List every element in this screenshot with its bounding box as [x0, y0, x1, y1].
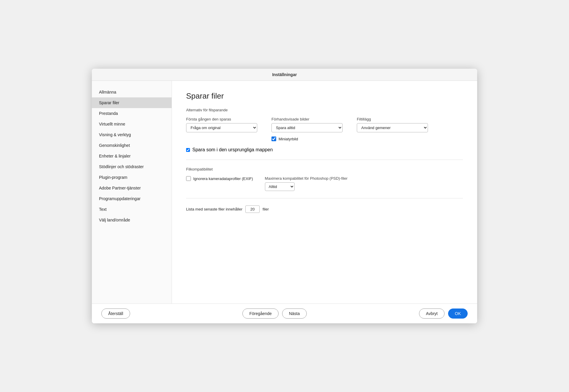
ok-button[interactable]: OK — [448, 309, 468, 319]
first-save-select[interactable]: Fråga om originalSpara alltid originalSp… — [186, 123, 257, 132]
footer-left: Återställ — [101, 309, 130, 319]
sidebar-item-stodlinjer-stodraster[interactable]: Stödlinjer och stödraster — [92, 161, 172, 172]
sidebar-item-virtuellt-minne[interactable]: Virtuellt minne — [92, 119, 172, 129]
recent-files-input[interactable] — [245, 205, 260, 213]
compat-row: Ignorera kameradataprofiler (EXIF) Maxim… — [186, 176, 463, 191]
file-extension-select[interactable]: Använd gemenerAnvänd versaler — [357, 123, 428, 132]
sidebar-item-plugin-program[interactable]: Plugin-program — [92, 172, 172, 183]
psd-group: Maximera kompabilitet för Photoshop (PSD… — [265, 176, 348, 191]
sidebar-item-genomskinlighet[interactable]: Genomskinlighet — [92, 140, 172, 151]
psd-select[interactable]: AlltidFrågaAldrig — [265, 182, 295, 191]
recent-files-row: Lista med senaste filer innehåller filer — [186, 205, 463, 213]
first-save-group: Första gången den sparas Fråga om origin… — [186, 117, 257, 132]
sidebar-item-allmanna[interactable]: Allmänna — [92, 87, 172, 97]
recent-files-suffix: filer — [263, 207, 269, 211]
file-extension-label: Filtillägg — [357, 117, 428, 121]
sidebar-item-programuppdateringar[interactable]: Programuppdateringar — [92, 193, 172, 204]
settings-dialog: Inställningar AllmännaSparar filerPresta… — [92, 69, 477, 323]
exif-group: Ignorera kameradataprofiler (EXIF) — [186, 176, 253, 181]
next-button[interactable]: Nästa — [282, 309, 307, 319]
page-title: Sparar filer — [186, 91, 463, 101]
dialog-footer: Återställ Föregående Nästa Avbryt OK — [92, 303, 477, 323]
divider-1 — [186, 160, 463, 160]
cancel-button[interactable]: Avbryt — [419, 309, 444, 319]
footer-center: Föregående Nästa — [242, 309, 306, 319]
save-folder-row: Spara som i den ursprungliga mappen — [186, 147, 463, 152]
exif-label: Ignorera kameradataprofiler (EXIF) — [193, 176, 253, 181]
first-save-label: Första gången den sparas — [186, 117, 257, 121]
sidebar-item-adobe-partner-tjanster[interactable]: Adobe Partner-tjänster — [92, 183, 172, 193]
footer-right: Avbryt OK — [419, 309, 468, 319]
reset-button[interactable]: Återställ — [101, 309, 130, 319]
thumbnail-row: Miniatyrbild — [271, 136, 343, 141]
sidebar-item-prestanda[interactable]: Prestanda — [92, 108, 172, 119]
dialog-titlebar: Inställningar — [92, 69, 477, 81]
file-compatibility-label: Filkompatibilitet — [186, 167, 463, 171]
file-saving-options-label: Alternativ för filsparande — [186, 108, 463, 112]
thumbnail-checkbox[interactable] — [271, 136, 276, 141]
dialog-body: AllmännaSparar filerPrestandaVirtuellt m… — [92, 81, 477, 303]
psd-label: Maximera kompabilitet för Photoshop (PSD… — [265, 176, 348, 181]
exif-checkbox[interactable] — [186, 176, 191, 181]
sidebar-item-enheter-linjaler[interactable]: Enheter & linjaler — [92, 151, 172, 161]
preview-images-group: Förhandsvisade bilder Spara alltidFråga … — [271, 117, 343, 141]
recent-files-prefix: Lista med senaste filer innehåller — [186, 207, 242, 211]
divider-2 — [186, 198, 463, 198]
dropdowns-row: Första gången den sparas Fråga om origin… — [186, 117, 463, 141]
sidebar-item-text[interactable]: Text — [92, 204, 172, 215]
sidebar-item-sparar-filer[interactable]: Sparar filer — [92, 97, 172, 108]
save-folder-label: Spara som i den ursprungliga mappen — [192, 147, 273, 152]
dialog-title: Inställningar — [272, 72, 297, 77]
main-content: Sparar filer Alternativ för filsparande … — [172, 81, 477, 303]
sidebar: AllmännaSparar filerPrestandaVirtuellt m… — [92, 81, 172, 303]
thumbnail-label: Miniatyrbild — [279, 137, 298, 141]
sidebar-item-visning-verktyg[interactable]: Visning & verktyg — [92, 129, 172, 140]
file-extension-group: Filtillägg Använd gemenerAnvänd versaler — [357, 117, 428, 132]
sidebar-item-valj-land-omrade[interactable]: Välj land/område — [92, 215, 172, 225]
preview-images-select[interactable]: Spara alltidFråga alltidAldrig spara — [271, 123, 343, 132]
save-folder-checkbox[interactable] — [186, 148, 190, 152]
prev-button[interactable]: Föregående — [242, 309, 279, 319]
preview-images-label: Förhandsvisade bilder — [271, 117, 343, 121]
